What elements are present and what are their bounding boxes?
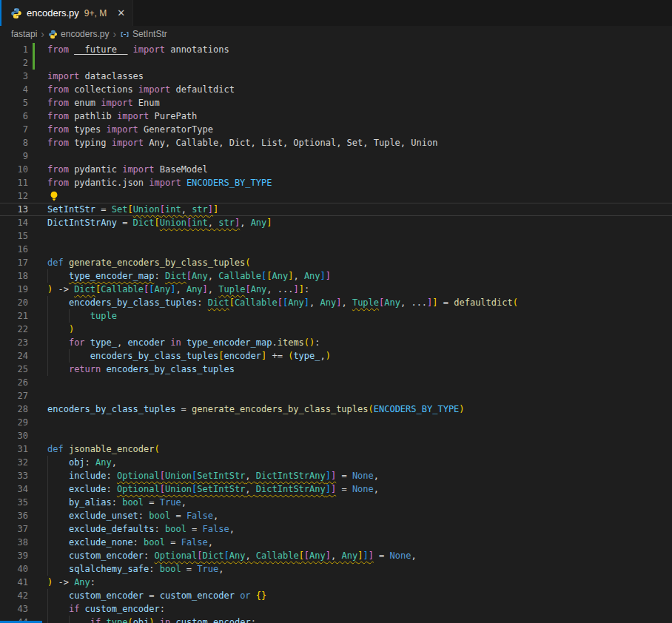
line-number[interactable]: 38 [0, 536, 28, 549]
line-number[interactable]: 23 [0, 336, 28, 349]
line-number[interactable]: 14 [0, 216, 28, 229]
line-number[interactable]: 19 [0, 283, 28, 296]
code-line[interactable]: 41) -> Any: [0, 576, 672, 589]
line-number[interactable]: 36 [0, 509, 28, 522]
line-number[interactable]: 3 [0, 70, 28, 83]
tab-encoders[interactable]: encoders.py 9+, M ✕ [0, 0, 133, 26]
line-number[interactable]: 37 [0, 522, 28, 536]
line-number[interactable]: 41 [0, 576, 28, 589]
code-line[interactable]: 5from enum import Enum [0, 96, 672, 110]
code-token: exclude_unset [69, 511, 138, 521]
code-line-current[interactable]: 13SetIntStr = Set[Union[int, str]] [0, 203, 672, 216]
line-number[interactable]: 7 [0, 123, 28, 136]
line-number[interactable]: 40 [0, 562, 28, 576]
line-number[interactable]: 1 [0, 43, 28, 56]
line-number[interactable]: 29 [0, 416, 28, 429]
code-line[interactable]: 42 custom_encoder = custom_encoder or {} [0, 589, 672, 602]
code-line[interactable]: 44 if type(obj) in custom_encoder: [0, 616, 672, 623]
code-line[interactable]: 40 sqlalchemy_safe: bool = True, [0, 562, 672, 576]
code-line[interactable]: 18 type_encoder_map: Dict[Any, Callable[… [0, 269, 672, 283]
breadcrumb-item-symbol[interactable]: SetIntStr [132, 29, 167, 39]
line-number[interactable]: 12 [0, 189, 28, 203]
code-token: : [304, 284, 309, 294]
line-number[interactable]: 13 [0, 203, 28, 216]
code-line[interactable]: 39 custom_encoder: Optional[Dict[Any, Ca… [0, 549, 672, 562]
line-number[interactable]: 43 [0, 602, 28, 616]
line-number[interactable]: 5 [0, 96, 28, 110]
line-number[interactable]: 4 [0, 83, 28, 96]
line-number[interactable]: 8 [0, 136, 28, 149]
code-line[interactable]: 10from pydantic import BaseModel [0, 163, 672, 176]
code-line[interactable]: 43 if custom_encoder: [0, 602, 672, 616]
line-number[interactable]: 35 [0, 496, 28, 509]
line-number[interactable]: 17 [0, 256, 28, 269]
code-line[interactable]: 33 include: Optional[Union[SetIntStr, Di… [0, 469, 672, 482]
code-line[interactable]: 35 by_alias: bool = True, [0, 496, 672, 509]
line-number[interactable]: 32 [0, 456, 28, 469]
code-line[interactable]: 19) -> Dict[Callable[[Any], Any], Tuple[… [0, 283, 672, 296]
code-line[interactable]: 38 exclude_none: bool = False, [0, 536, 672, 549]
code-token: def [47, 257, 69, 268]
code-line[interactable]: 12 [0, 189, 672, 203]
line-number[interactable]: 21 [0, 309, 28, 323]
code-token: , [374, 484, 379, 494]
breadcrumb-item-folder[interactable]: fastapi [11, 29, 37, 39]
code-line[interactable]: 28encoders_by_class_tuples = generate_en… [0, 403, 672, 416]
line-number[interactable]: 34 [0, 482, 28, 496]
code-line[interactable]: 29 [0, 416, 672, 429]
line-number[interactable]: 6 [0, 110, 28, 123]
code-line[interactable]: 27 [0, 389, 672, 403]
code-line[interactable]: 26 [0, 376, 672, 389]
code-line[interactable]: 24 encoders_by_class_tuples[encoder] += … [0, 349, 672, 363]
line-number[interactable]: 18 [0, 269, 28, 283]
line-number[interactable]: 26 [0, 376, 28, 389]
line-number[interactable]: 33 [0, 469, 28, 482]
code-line[interactable]: 30 [0, 429, 672, 442]
line-number[interactable]: 20 [0, 296, 28, 309]
code-line[interactable]: 23 for type_, encoder in type_encoder_ma… [0, 336, 672, 349]
code-line[interactable]: 36 exclude_unset: bool = False, [0, 509, 672, 522]
line-number[interactable]: 31 [0, 442, 28, 456]
code-line[interactable]: 22 ) [0, 323, 672, 336]
code-line[interactable]: 7from types import GeneratorType [0, 123, 672, 136]
code-token: Any [251, 218, 267, 228]
code-line[interactable]: 32 obj: Any, [0, 456, 672, 469]
code-token: [ [278, 297, 283, 308]
line-number[interactable]: 11 [0, 176, 28, 189]
line-number[interactable]: 9 [0, 149, 28, 163]
code-line[interactable]: 3import dataclasses [0, 70, 672, 83]
line-number[interactable]: 25 [0, 363, 28, 376]
code-line[interactable]: 11from pydantic.json import ENCODERS_BY_… [0, 176, 672, 189]
line-number[interactable]: 30 [0, 429, 28, 442]
code-line[interactable]: 15 [0, 229, 672, 243]
code-line[interactable]: 21 tuple [0, 309, 672, 323]
line-number[interactable]: 42 [0, 589, 28, 602]
line-number[interactable]: 16 [0, 243, 28, 256]
line-number[interactable]: 22 [0, 323, 28, 336]
code-line[interactable]: 20 encoders_by_class_tuples: Dict[Callab… [0, 296, 672, 309]
line-number[interactable]: 27 [0, 389, 28, 403]
code-line[interactable]: 17def generate_encoders_by_class_tuples( [0, 256, 672, 269]
line-number[interactable]: 10 [0, 163, 28, 176]
line-number[interactable]: 24 [0, 349, 28, 363]
code-line[interactable]: 8from typing import Any, Callable, Dict,… [0, 136, 672, 149]
code-token: int [192, 218, 208, 228]
code-line[interactable]: 16 [0, 243, 672, 256]
code-line[interactable]: 37 exclude_defaults: bool = False, [0, 522, 672, 536]
line-number[interactable]: 39 [0, 549, 28, 562]
code-area[interactable]: 1from __future__ import annotations23imp… [0, 43, 672, 623]
code-line[interactable]: 34 exclude: Optional[Union[SetIntStr, Di… [0, 482, 672, 496]
code-line[interactable]: 31def jsonable_encoder( [0, 442, 672, 456]
code-line[interactable]: 25 return encoders_by_class_tuples [0, 363, 672, 376]
breadcrumb-item-file[interactable]: encoders.py [61, 29, 109, 39]
code-line[interactable]: 4from collections import defaultdict [0, 83, 672, 96]
line-number[interactable]: 2 [0, 56, 28, 70]
code-line[interactable]: 9 [0, 149, 672, 163]
code-line[interactable]: 14DictIntStrAny = Dict[Union[int, str], … [0, 216, 672, 229]
code-line[interactable]: 2 [0, 56, 672, 70]
line-number[interactable]: 15 [0, 229, 28, 243]
code-line[interactable]: 1from __future__ import annotations [0, 43, 672, 56]
line-number[interactable]: 28 [0, 403, 28, 416]
code-line[interactable]: 6from pathlib import PurePath [0, 110, 672, 123]
close-tab-icon[interactable]: ✕ [117, 7, 125, 18]
